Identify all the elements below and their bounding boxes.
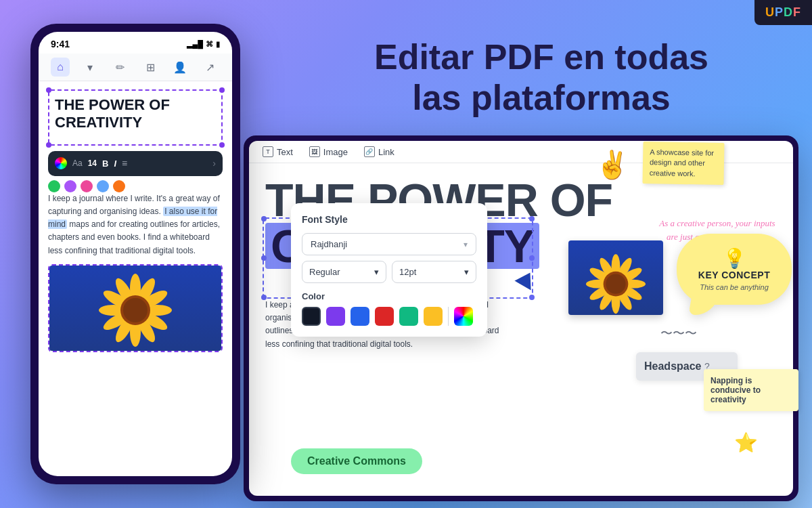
- swatch-black[interactable]: [302, 307, 321, 326]
- font-weight-select[interactable]: Regular ▾: [302, 261, 386, 283]
- align-icon[interactable]: ≡: [122, 156, 127, 171]
- phone-status-bar: 9:41 ▂▄█ ⌘ ▮: [39, 32, 232, 54]
- phone-home-icon[interactable]: ⌂: [51, 58, 70, 77]
- bold-button[interactable]: B: [102, 157, 108, 171]
- headline: Editar PDF en todas las plataformas: [298, 37, 785, 119]
- squiggles-decoration: 〜〜〜: [660, 325, 697, 341]
- color-dot-green[interactable]: [48, 180, 60, 192]
- color-wheel-icon[interactable]: [55, 157, 67, 169]
- tablet-tool-image[interactable]: 🖼 Image: [309, 146, 348, 157]
- color-dot-pink[interactable]: [81, 180, 93, 192]
- swatch-yellow[interactable]: [424, 307, 443, 326]
- font-name-chevron: ▾: [464, 240, 468, 249]
- selection-dot-bl: [46, 142, 51, 148]
- more-icon[interactable]: ›: [212, 156, 216, 171]
- sunflower-photo-svg: [572, 240, 660, 315]
- color-picker-icon[interactable]: [454, 307, 473, 326]
- swatch-divider: [448, 307, 449, 326]
- font-weight-value: Regular: [309, 267, 340, 277]
- lightbulb-icon: 💡: [687, 247, 781, 270]
- headline-line2: las plataformas: [412, 78, 671, 117]
- phone-share-icon[interactable]: ↗: [201, 58, 220, 77]
- image-tool-icon: 🖼: [309, 146, 320, 157]
- sunflower-svg: [95, 270, 176, 351]
- phone-image-block: [48, 264, 223, 352]
- body-text-after: maps and for creating outlines for artic…: [48, 219, 220, 255]
- text-tool-label: Text: [277, 147, 293, 157]
- creative-commons-button[interactable]: Creative Commons: [291, 448, 422, 474]
- swatch-red[interactable]: [375, 307, 394, 326]
- phone-status-icons: ▂▄█ ⌘ ▮: [187, 40, 220, 49]
- color-section-label: Color: [302, 291, 476, 301]
- sel-dot-mr: [529, 255, 535, 261]
- color-dot-purple[interactable]: [64, 180, 76, 192]
- phone-layout-icon[interactable]: ⊞: [141, 58, 160, 77]
- logo-u: U: [765, 5, 775, 19]
- svg-point-27: [606, 274, 625, 294]
- font-size-value: 12pt: [399, 267, 416, 277]
- font-name-select[interactable]: Rajdhanji ▾: [302, 233, 476, 255]
- color-dots-row: [48, 180, 223, 192]
- phone-edit-icon[interactable]: ✏: [111, 58, 130, 77]
- phone-user-icon[interactable]: 👤: [171, 58, 189, 77]
- link-tool-label: Link: [378, 147, 394, 157]
- signal-icon: ▂▄█: [187, 40, 203, 49]
- battery-icon: ▮: [216, 40, 220, 49]
- peace-sign-decoration: ✌️: [595, 149, 629, 181]
- creative-commons-area[interactable]: Creative Commons: [291, 448, 422, 474]
- phone-toolbar[interactable]: ⌂ ▾ ✏ ⊞ 👤 ↗: [39, 54, 232, 81]
- font-sub-row: Regular ▾ 12pt ▾: [302, 261, 476, 283]
- color-swatches: [302, 307, 476, 326]
- logo-p: P: [775, 5, 784, 19]
- headline-line1: Editar PDF en todas: [374, 37, 708, 77]
- phone-format-bar[interactable]: Aa 14 B I ≡ ›: [48, 151, 223, 176]
- tablet-tool-link[interactable]: 🔗 Link: [364, 146, 394, 157]
- text-tool-icon: T: [263, 146, 273, 157]
- phone-screen: 9:41 ▂▄█ ⌘ ▮ ⌂ ▾ ✏ ⊞ 👤 ↗ THE POWER OF CR…: [39, 32, 232, 476]
- sticky-note-text: A showcase site for design and other cre…: [650, 148, 715, 177]
- headspace-label: Headspace: [644, 360, 702, 372]
- star-icon: ⭐: [734, 432, 758, 453]
- font-popup-title: Font Style: [302, 214, 476, 225]
- sel-dot-ml: [261, 255, 267, 261]
- sel-dot-tr: [529, 216, 535, 221]
- color-dot-blue[interactable]: [97, 180, 109, 192]
- wifi-icon: ⌘: [206, 40, 213, 49]
- font-style-popup: Font Style Rajdhanji ▾ Regular ▾ 12pt ▾ …: [291, 203, 487, 337]
- phone-mockup: 9:41 ▂▄█ ⌘ ▮ ⌂ ▾ ✏ ⊞ 👤 ↗ THE POWER OF CR…: [30, 24, 240, 484]
- phone-chevron-icon[interactable]: ▾: [81, 58, 99, 77]
- svg-point-13: [123, 298, 148, 322]
- star-decoration: ⭐: [734, 431, 758, 454]
- key-concept-decoration: 💡 KEY CONCEPT This can be anything: [677, 234, 792, 322]
- link-tool-icon: 🔗: [364, 146, 375, 157]
- image-tool-label: Image: [323, 147, 348, 157]
- font-label: Aa: [72, 157, 83, 169]
- font-weight-chevron: ▾: [374, 267, 379, 277]
- phone-time: 9:41: [51, 39, 70, 49]
- sunflower-image: [49, 266, 221, 351]
- key-concept-subtext: This can be anything: [687, 283, 781, 291]
- updf-logo: UPDF: [754, 0, 812, 25]
- color-dot-orange[interactable]: [113, 180, 125, 192]
- selection-dot-tr: [219, 87, 225, 93]
- swatch-blue[interactable]: [351, 307, 369, 326]
- napping-card: Napping is conducive to creativity: [704, 369, 798, 411]
- sunflower-photo-decoration: [568, 240, 663, 315]
- logo-f: F: [793, 5, 801, 19]
- font-size-select[interactable]: 12pt ▾: [392, 261, 476, 283]
- phone-doc-title: THE POWER OF CREATIVITY: [55, 96, 216, 132]
- swatch-purple[interactable]: [326, 307, 345, 326]
- phone-title-selected: THE POWER OF CREATIVITY: [48, 89, 223, 146]
- sel-dot-tl: [261, 216, 267, 221]
- napping-text: Napping is conducive to creativity: [710, 376, 761, 404]
- cloud-shape: 💡 KEY CONCEPT This can be anything: [677, 234, 792, 305]
- swatch-green[interactable]: [399, 307, 418, 326]
- sel-dot-br: [529, 295, 535, 300]
- tablet-tool-text[interactable]: T Text: [263, 146, 293, 157]
- italic-button[interactable]: I: [114, 157, 116, 171]
- peace-icon: ✌️: [595, 150, 629, 179]
- logo-d: D: [784, 5, 793, 19]
- key-concept-text: KEY CONCEPT: [687, 270, 781, 280]
- phone-body-text: I keep a journal where I write. It's a g…: [48, 192, 223, 257]
- sunflower-photo-bg: [568, 240, 663, 315]
